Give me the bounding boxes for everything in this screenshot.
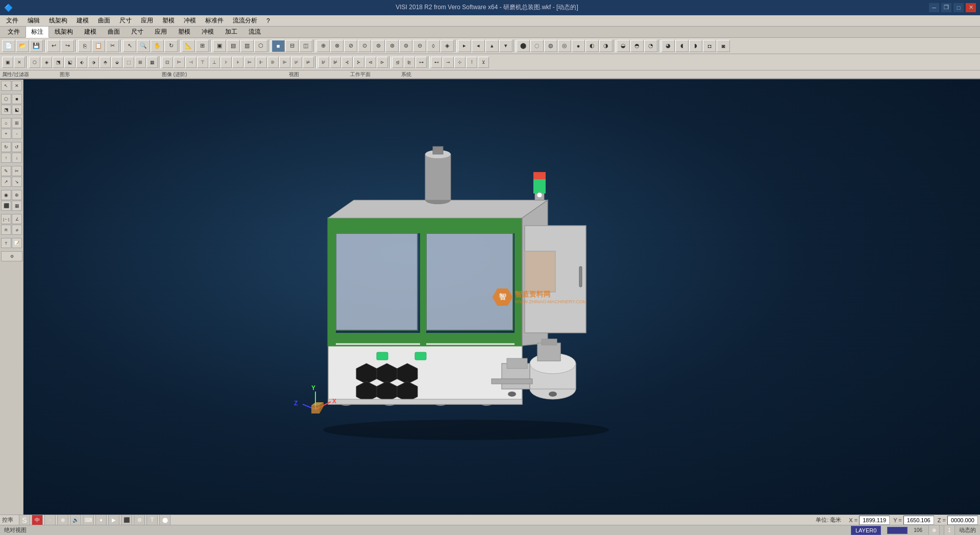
toolbar-view4[interactable]: ⊱ xyxy=(353,57,364,68)
side-dim-dia[interactable]: ⌀ xyxy=(12,225,22,235)
side-circle[interactable]: ◉ xyxy=(1,190,11,200)
toolbar-wp3[interactable]: ⊶ xyxy=(415,57,427,68)
toolbar-sys1[interactable]: ⊷ xyxy=(431,57,442,68)
restore-button[interactable]: ❐ xyxy=(941,3,951,12)
tab-dimension[interactable]: 尺寸 xyxy=(126,26,149,38)
toolbar-sys4[interactable]: ⊺ xyxy=(466,57,477,68)
toolbar-view6[interactable]: ⊳ xyxy=(377,57,388,68)
side-face[interactable]: ⬔ xyxy=(1,105,11,115)
toolbar-view-front[interactable]: ▣ xyxy=(213,40,226,52)
toolbar-b10[interactable]: ◈ xyxy=(440,40,454,52)
toolbar-shape9[interactable]: ⬚ xyxy=(123,57,134,68)
toolbar-img8[interactable]: ⊨ xyxy=(244,57,255,68)
toolbar-e1[interactable]: ◒ xyxy=(617,40,630,52)
close-button[interactable]: ✕ xyxy=(966,3,976,12)
status-icon-2[interactable]: 中 xyxy=(32,515,43,526)
toolbar-img2[interactable]: ⊢ xyxy=(174,57,185,68)
toolbar-c4[interactable]: ▾ xyxy=(499,40,512,52)
side-zoom-in[interactable]: + xyxy=(1,129,11,139)
toolbar-shape4[interactable]: ⬕ xyxy=(64,57,76,68)
toolbar-e3[interactable]: ◔ xyxy=(644,40,657,52)
toolbar-e2[interactable]: ◓ xyxy=(630,40,644,52)
toolbar-d5[interactable]: ● xyxy=(572,40,585,52)
toolbar-wp1[interactable]: ⊴ xyxy=(392,57,403,68)
side-zoom-out[interactable]: - xyxy=(12,129,22,139)
maximize-button[interactable]: □ xyxy=(953,3,964,12)
toolbar-b3[interactable]: ⊘ xyxy=(344,40,357,52)
toolbar-select[interactable]: ↖ xyxy=(123,40,136,52)
menu-apply[interactable]: 应用 xyxy=(137,15,157,26)
toolbar-b1[interactable]: ⊕ xyxy=(316,40,330,52)
side-dim-angle[interactable]: ∠ xyxy=(12,214,22,224)
toolbar-d2[interactable]: ◌ xyxy=(530,40,544,52)
toolbar-sys5[interactable]: ⊻ xyxy=(478,57,489,68)
status-bottom-icon1[interactable]: ⊕ xyxy=(928,525,940,536)
menu-wireframe[interactable]: 线架构 xyxy=(45,15,71,26)
toolbar-view3[interactable]: ⊰ xyxy=(341,57,353,68)
toolbar-img6[interactable]: ⊦ xyxy=(220,57,232,68)
tab-machining[interactable]: 加工 xyxy=(219,26,243,38)
toolbar-img4[interactable]: ⊤ xyxy=(197,57,208,68)
toolbar-view5[interactable]: ⊲ xyxy=(365,57,376,68)
toolbar-b6[interactable]: ⊛ xyxy=(385,40,399,52)
toolbar-wp2[interactable]: ⊵ xyxy=(404,57,415,68)
toolbar-c2[interactable]: ◂ xyxy=(472,40,485,52)
tab-flow[interactable]: 流流 xyxy=(243,26,266,38)
side-rect[interactable]: ⬛ xyxy=(1,201,11,211)
toolbar-view-right[interactable]: ▥ xyxy=(240,40,254,52)
toolbar-d4[interactable]: ◎ xyxy=(558,40,571,52)
toolbar-shape5[interactable]: ⬖ xyxy=(76,57,87,68)
minimize-button[interactable]: ─ xyxy=(929,3,939,12)
toolbar-undo[interactable]: ↩ xyxy=(47,40,60,52)
toolbar-zoom[interactable]: 🔍 xyxy=(137,40,150,52)
toolbar-hidden[interactable]: ◫ xyxy=(299,40,312,52)
menu-flow[interactable]: 流流分析 xyxy=(229,15,261,26)
toolbar-shape6[interactable]: ⬗ xyxy=(88,57,99,68)
toolbar-img9[interactable]: ⊩ xyxy=(256,57,267,68)
tab-apply[interactable]: 应用 xyxy=(149,26,173,38)
toolbar-prop1[interactable]: ▣ xyxy=(2,57,13,68)
status-icon-12[interactable]: ⬤ xyxy=(159,515,170,526)
side-pan-up[interactable]: ↑ xyxy=(1,153,11,163)
menu-edit[interactable]: 编辑 xyxy=(23,15,44,26)
toolbar-d7[interactable]: ◑ xyxy=(599,40,612,52)
menu-standard[interactable]: 标准件 xyxy=(201,15,228,26)
layer-display[interactable]: LAYER0 xyxy=(851,526,881,535)
tab-file[interactable]: 文件 xyxy=(2,26,26,38)
status-icon-1[interactable]: S xyxy=(19,515,30,526)
toolbar-prop2[interactable]: ✕ xyxy=(14,57,25,68)
tab-wireframe[interactable]: 线架构 xyxy=(49,26,79,38)
toolbar-view-top[interactable]: ▤ xyxy=(227,40,240,52)
toolbar-view2[interactable]: ⊯ xyxy=(330,57,341,68)
toolbar-save[interactable]: 💾 xyxy=(30,40,43,52)
side-extend[interactable]: ↗ xyxy=(1,177,11,187)
toolbar-img7[interactable]: ⊧ xyxy=(232,57,243,68)
toolbar-b7[interactable]: ⊜ xyxy=(399,40,412,52)
side-home[interactable]: ⌂ xyxy=(1,118,11,128)
tab-annotation[interactable]: 标注 xyxy=(26,26,49,38)
toolbar-c3[interactable]: ▴ xyxy=(485,40,499,52)
toolbar-f5[interactable]: ◙ xyxy=(717,40,730,52)
status-icon-7[interactable]: ♦ xyxy=(95,515,107,526)
toolbar-view1[interactable]: ⊮ xyxy=(318,57,329,68)
toolbar-img13[interactable]: ⊭ xyxy=(303,57,314,68)
side-edge[interactable]: ⬕ xyxy=(12,105,22,115)
side-poly[interactable]: ▦ xyxy=(12,201,22,211)
side-fillet[interactable]: ↘ xyxy=(12,177,22,187)
viewport[interactable]: X Y Z 智 智造资料网 WWW.ZHINAO-MACHINERY.COM xyxy=(23,80,980,515)
toolbar-paste[interactable]: 📋 xyxy=(92,40,105,52)
toolbar-shape10[interactable]: ⊞ xyxy=(135,57,146,68)
side-pan-down[interactable]: ↓ xyxy=(12,153,22,163)
toolbar-copy[interactable]: ⎘ xyxy=(78,40,91,52)
toolbar-shape7[interactable]: ⬘ xyxy=(100,57,111,68)
toolbar-shape2[interactable]: ◈ xyxy=(41,57,52,68)
status-bottom-icon2[interactable]: 1 xyxy=(944,525,955,536)
toolbar-img5[interactable]: ⊥ xyxy=(209,57,220,68)
side-wire[interactable]: ⬡ xyxy=(1,94,11,104)
toolbar-f3[interactable]: ◗ xyxy=(689,40,702,52)
toolbar-pan[interactable]: ✋ xyxy=(151,40,164,52)
toolbar-img3[interactable]: ⊣ xyxy=(185,57,197,68)
toolbar-sys3[interactable]: ⊹ xyxy=(454,57,465,68)
menu-help[interactable]: ? xyxy=(262,16,274,26)
status-icon-4[interactable]: ⊕ xyxy=(57,515,68,526)
